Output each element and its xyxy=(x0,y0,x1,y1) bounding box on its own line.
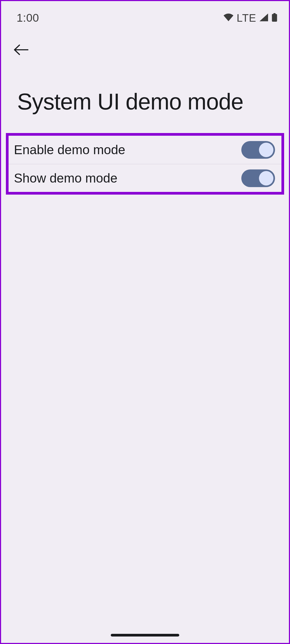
status-bar: 1:00 LTE xyxy=(1,1,289,25)
status-time: 1:00 xyxy=(17,12,39,24)
svg-rect-1 xyxy=(273,13,276,14)
toggle-knob xyxy=(259,171,273,185)
setting-label: Show demo mode xyxy=(14,171,117,185)
svg-rect-0 xyxy=(272,14,277,22)
back-button[interactable] xyxy=(12,41,30,59)
toggle-enable-demo-mode[interactable] xyxy=(241,141,275,159)
network-type-label: LTE xyxy=(237,12,256,24)
wifi-icon xyxy=(223,13,234,22)
gesture-nav-bar[interactable] xyxy=(111,634,179,637)
page-title: System UI demo mode xyxy=(1,60,289,114)
cellular-signal-icon xyxy=(260,13,268,22)
battery-icon xyxy=(272,13,277,23)
back-arrow-icon xyxy=(14,44,28,56)
status-icons: LTE xyxy=(223,12,277,24)
setting-row-show-demo-mode[interactable]: Show demo mode xyxy=(9,164,281,192)
toggle-knob xyxy=(259,143,273,157)
toggle-show-demo-mode[interactable] xyxy=(241,169,275,187)
toolbar xyxy=(1,25,289,60)
setting-row-enable-demo-mode[interactable]: Enable demo mode xyxy=(9,136,281,164)
settings-highlight-box: Enable demo mode Show demo mode xyxy=(6,133,284,195)
setting-label: Enable demo mode xyxy=(14,142,125,157)
